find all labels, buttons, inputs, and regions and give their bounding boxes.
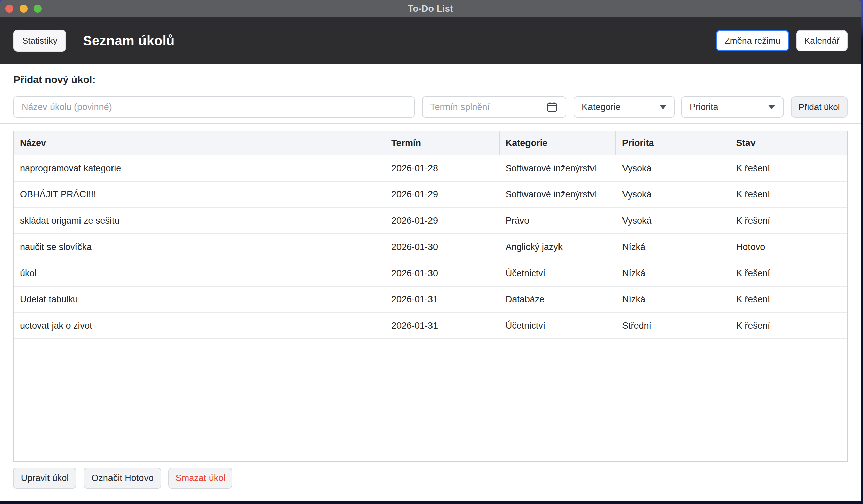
cell-category: Účetnictví <box>500 313 616 338</box>
table-row[interactable]: úkol2026-01-30ÚčetnictvíNízkáK řešení <box>14 260 847 287</box>
column-header-name[interactable]: Název <box>14 131 385 155</box>
table-row[interactable]: skládat origami ze sešitu2026-01-29Právo… <box>14 208 847 234</box>
add-task-section: Přidat nový úkol: Kategorie Priorita <box>0 64 861 124</box>
cell-name: naučit se slovíčka <box>14 234 385 260</box>
column-header-priority[interactable]: Priorita <box>616 131 730 155</box>
due-date-field[interactable] <box>422 96 566 118</box>
cell-category: Softwarové inženýrství <box>500 182 616 207</box>
cell-status: Hotovo <box>730 234 847 260</box>
cell-due: 2026-01-31 <box>385 287 500 312</box>
minimize-button[interactable] <box>20 5 28 13</box>
cell-status: K řešení <box>730 208 847 233</box>
calendar-button[interactable]: Kalendář <box>796 30 848 51</box>
cell-category: Účetnictví <box>500 260 616 286</box>
cell-status: K řešení <box>730 182 847 207</box>
close-button[interactable] <box>5 5 13 13</box>
cell-name: naprogramovat kategorie <box>14 155 385 181</box>
add-task-label: Přidat nový úkol: <box>13 73 848 87</box>
table-row[interactable]: uctovat jak o zivot2026-01-31ÚčetnictvíS… <box>14 313 847 339</box>
page-title: Seznam úkolů <box>83 33 175 49</box>
priority-select[interactable]: Priorita <box>681 96 784 118</box>
statistics-button[interactable]: Statistiky <box>13 30 66 52</box>
column-header-due[interactable]: Termín <box>385 131 500 155</box>
window-title: To-Do List <box>408 4 453 14</box>
cell-category: Softwarové inženýrství <box>500 155 616 181</box>
table-row[interactable]: Udelat tabulku2026-01-31DatabázeNízkáK ř… <box>14 287 847 313</box>
cell-category: Právo <box>500 208 616 233</box>
app-window: To-Do List Statistiky Seznam úkolů Změna… <box>0 0 861 501</box>
delete-task-button[interactable]: Smazat úkol <box>168 468 233 489</box>
cell-name: OBHÁJIT PRÁCI!!! <box>14 182 385 207</box>
table-body: naprogramovat kategorie2026-01-28Softwar… <box>14 155 847 339</box>
chevron-down-icon <box>659 105 667 109</box>
calendar-icon[interactable] <box>546 101 558 113</box>
cell-priority: Nízká <box>616 260 730 286</box>
edit-task-button[interactable]: Upravit úkol <box>13 468 76 489</box>
column-header-status[interactable]: Stav <box>730 131 847 155</box>
table-row[interactable]: naprogramovat kategorie2026-01-28Softwar… <box>14 155 847 182</box>
category-select[interactable]: Kategorie <box>574 96 675 118</box>
add-task-form: Kategorie Priorita Přidat úkol <box>13 96 848 118</box>
cell-priority: Nízká <box>616 234 730 260</box>
cell-status: K řešení <box>730 287 847 312</box>
cell-due: 2026-01-30 <box>385 260 500 286</box>
cell-name: skládat origami ze sešitu <box>14 208 385 233</box>
due-date-input[interactable] <box>430 102 546 112</box>
cell-category: Anglický jazyk <box>500 234 616 260</box>
zoom-button[interactable] <box>34 5 42 13</box>
chevron-down-icon <box>768 105 775 109</box>
priority-select-value: Priorita <box>689 102 718 112</box>
cell-priority: Vysoká <box>616 155 730 181</box>
cell-name: Udelat tabulku <box>14 287 385 312</box>
cell-category: Databáze <box>500 287 616 312</box>
cell-priority: Vysoká <box>616 208 730 233</box>
cell-name: úkol <box>14 260 385 286</box>
category-select-value: Kategorie <box>582 102 621 112</box>
task-table: Název Termín Kategorie Priorita Stav nap… <box>13 131 848 462</box>
cell-status: K řešení <box>730 260 847 286</box>
task-name-field[interactable] <box>13 96 415 118</box>
table-row[interactable]: OBHÁJIT PRÁCI!!!2026-01-29Softwarové inž… <box>14 182 847 208</box>
cell-status: K řešení <box>730 313 847 338</box>
cell-priority: Vysoká <box>616 182 730 207</box>
cell-priority: Nízká <box>616 287 730 312</box>
cell-due: 2026-01-29 <box>385 182 500 207</box>
cell-status: K řešení <box>730 155 847 181</box>
cell-priority: Střední <box>616 313 730 338</box>
change-mode-button[interactable]: Změna režimu <box>716 30 789 51</box>
cell-due: 2026-01-30 <box>385 234 500 260</box>
toolbar: Statistiky Seznam úkolů Změna režimu Kal… <box>0 17 861 64</box>
mark-done-button[interactable]: Označit Hotovo <box>84 468 161 489</box>
table-header-row: Název Termín Kategorie Priorita Stav <box>14 131 847 155</box>
title-bar: To-Do List <box>0 0 861 17</box>
cell-due: 2026-01-28 <box>385 155 500 181</box>
window-controls <box>5 0 42 17</box>
task-actions: Upravit úkol Označit Hotovo Smazat úkol <box>13 468 848 489</box>
cell-name: uctovat jak o zivot <box>14 313 385 338</box>
add-task-button[interactable]: Přidat úkol <box>791 96 848 118</box>
column-header-category[interactable]: Kategorie <box>500 131 616 155</box>
table-row[interactable]: naučit se slovíčka2026-01-30Anglický jaz… <box>14 234 847 260</box>
task-name-input[interactable] <box>22 102 407 112</box>
cell-due: 2026-01-29 <box>385 208 500 233</box>
cell-due: 2026-01-31 <box>385 313 500 338</box>
